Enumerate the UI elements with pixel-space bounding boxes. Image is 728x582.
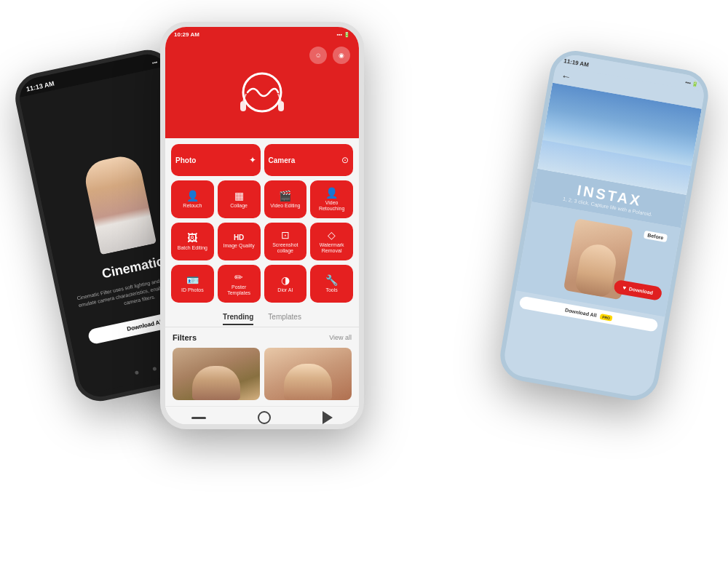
person-photo <box>57 119 175 259</box>
dior-ai-item[interactable]: ◑ Dior AI <box>264 265 307 303</box>
collage-menu-item[interactable]: ▦ Collage <box>218 180 261 218</box>
left-status-icons: ▪▪▪ <box>151 59 158 65</box>
settings-icon-btn[interactable]: ◉ <box>333 47 350 64</box>
headphones-icon <box>233 71 291 121</box>
center-tabs: Trending Templates <box>165 308 359 327</box>
photo-menu-item[interactable]: Photo ✦ <box>171 144 261 176</box>
id-photos-icon: 🪪 <box>186 274 199 286</box>
back-arrow-icon[interactable]: ← <box>561 70 573 83</box>
retouch-icon: 👤 <box>186 190 199 202</box>
menu-row-1: Photo ✦ Camera ⊙ <box>171 144 353 176</box>
video-retouch-menu-item[interactable]: 👤 Video Retouching <box>310 180 353 218</box>
nav-dot-1 <box>134 370 138 375</box>
portrait-face <box>574 242 619 298</box>
right-status-icons: ▪▪▪ 🔋 <box>685 79 700 87</box>
poster-icon: ✏ <box>234 271 243 283</box>
video-editing-label: Video Editing <box>270 203 300 209</box>
filters-section: Filters View all <box>165 327 359 406</box>
pro-badge: PRO <box>600 314 613 322</box>
photo-label: Photo <box>175 156 196 164</box>
center-header: ☺ ◉ <box>165 41 359 138</box>
center-status-bar: 10:29 AM ▪▪▪ 🔋 <box>165 27 359 41</box>
phone-center: 10:29 AM ▪▪▪ 🔋 ☺ ◉ <box>160 22 364 429</box>
poster-label: Poster Templates <box>221 284 258 297</box>
svg-rect-2 <box>278 101 284 111</box>
watermark-item[interactable]: ◇ Watermark Removal <box>310 223 353 260</box>
filters-title: Filters <box>173 333 197 342</box>
filter-body-1 <box>192 366 240 400</box>
tools-icon: 🔧 <box>325 274 338 286</box>
nav-dot-2 <box>152 367 157 371</box>
screenshot-label: Screenshot collage <box>267 242 304 255</box>
filters-header: Filters View all <box>173 333 352 342</box>
menu-row-2: 👤 Retouch ▦ Collage 🎬 Video Editing 👤 Vi… <box>171 180 353 218</box>
photo-icon: ✦ <box>249 155 256 165</box>
watermark-label: Watermark Removal <box>313 242 350 255</box>
tools-item[interactable]: 🔧 Tools <box>310 265 353 303</box>
dior-icon: ◑ <box>281 274 290 286</box>
batch-label: Batch Editing <box>178 245 207 251</box>
tab-trending[interactable]: Trending <box>223 313 253 325</box>
tab-templates[interactable]: Templates <box>268 313 301 325</box>
person-body <box>82 153 157 255</box>
id-photos-label: ID Photos <box>181 287 204 293</box>
nav-menu-icon[interactable] <box>191 417 206 419</box>
watermark-icon: ◇ <box>328 229 336 241</box>
before-label: Before <box>644 231 668 242</box>
center-time: 10:29 AM <box>174 31 199 38</box>
menu-row-3: 🖼 Batch Editing HD Image Quality ⊡ Scree… <box>171 223 353 260</box>
image-quality-icon: HD <box>234 234 244 242</box>
screenshot-collage-item[interactable]: ⊡ Screenshot collage <box>264 223 307 260</box>
svg-point-0 <box>243 73 281 111</box>
retouch-menu-item[interactable]: 👤 Retouch <box>171 180 214 218</box>
video-retouch-icon: 👤 <box>325 187 338 199</box>
camera-menu-item[interactable]: Camera ⊙ <box>264 144 354 176</box>
dior-label: Dior AI <box>277 287 293 293</box>
nav-home-icon[interactable] <box>258 411 271 424</box>
filter-person-2 <box>264 348 352 400</box>
batch-editing-item[interactable]: 🖼 Batch Editing <box>171 223 214 260</box>
heart-icon: ♥ <box>622 284 627 292</box>
tools-label: Tools <box>325 287 337 293</box>
center-header-icons: ☺ ◉ <box>174 47 350 64</box>
video-editing-menu-item[interactable]: 🎬 Video Editing <box>264 180 307 218</box>
right-download-btn[interactable]: ♥ Download <box>613 279 662 301</box>
camera-label: Camera <box>269 156 296 164</box>
filter-body-2 <box>284 364 332 400</box>
svg-rect-1 <box>240 101 246 111</box>
filter-person-1 <box>173 348 260 400</box>
profile-icon-btn[interactable]: ☺ <box>309 47 327 64</box>
retouch-label: Retouch <box>183 203 202 209</box>
camera-icon: ⊙ <box>341 155 349 165</box>
image-quality-item[interactable]: HD Image Quality <box>218 223 261 260</box>
batch-icon: 🖼 <box>187 232 197 244</box>
video-retouch-label: Video Retouching <box>313 200 350 212</box>
poster-templates-item[interactable]: ✏ Poster Templates <box>218 265 261 303</box>
screenshot-icon: ⊡ <box>281 229 290 241</box>
filter-preview <box>57 119 175 259</box>
phone-right: 11:19 AM ▪▪▪ 🔋 ← INSTAX 1, 2, 3 click. C… <box>496 47 713 404</box>
download-label: Download <box>628 286 653 295</box>
id-photos-item[interactable]: 🪪 ID Photos <box>171 265 214 303</box>
nav-back-icon[interactable] <box>323 411 333 424</box>
center-bottom-nav <box>165 406 359 428</box>
product-image <box>226 67 298 125</box>
menu-row-4: 🪪 ID Photos ✏ Poster Templates ◑ Dior AI… <box>171 265 353 303</box>
filter-thumb-2[interactable] <box>264 348 352 400</box>
view-all-link[interactable]: View all <box>329 334 352 341</box>
video-editing-icon: 🎬 <box>279 190 291 202</box>
image-quality-label: Image Quality <box>223 243 255 249</box>
center-menu-grid: Photo ✦ Camera ⊙ 👤 Retouch ▦ Collage 🎬 V… <box>165 138 359 308</box>
right-time: 11:19 AM <box>563 57 590 68</box>
center-status-icons: ▪▪▪ 🔋 <box>337 32 350 38</box>
filter-thumb-1[interactable] <box>173 348 260 400</box>
collage-label: Collage <box>230 203 248 209</box>
collage-icon: ▦ <box>234 190 244 202</box>
filter-thumbnails <box>173 348 352 400</box>
